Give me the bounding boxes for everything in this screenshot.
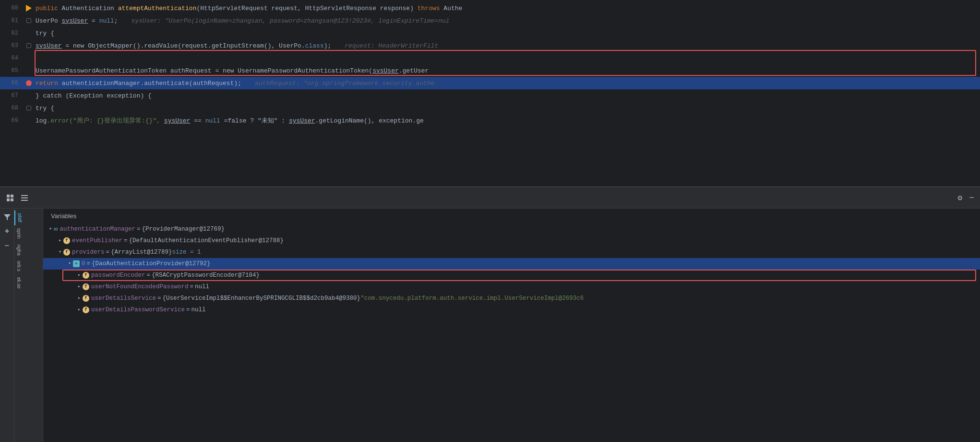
breakpoint-icon[interactable] (26, 80, 32, 86)
side-tab-sprin[interactable]: sprin (14, 225, 43, 242)
line-number: 67 (0, 92, 24, 99)
line-content: try { (34, 30, 980, 37)
code-line-68: 68 try { (0, 102, 980, 114)
code-token: .getLoginName(), exception.ge (315, 117, 424, 124)
code-token: (HttpServletRequest request, HttpServlet… (196, 5, 417, 12)
variable-equals: = (157, 295, 161, 302)
expand-arrow[interactable] (76, 295, 83, 302)
svg-rect-6 (21, 200, 28, 201)
code-token: =false ? "未知" : (220, 117, 289, 124)
code-token: public (36, 5, 62, 12)
svg-rect-2 (7, 198, 10, 201)
code-token: try { (36, 30, 54, 37)
code-editor: 60 public Authentication attemptAuthenti… (0, 0, 980, 187)
variable-name: userDetailsPasswordService (91, 307, 185, 313)
debug-panel-content: + − platf sprin ngfra ork.s ek.se Variab… (0, 209, 980, 442)
line-content: } catch (Exception exception) { (34, 92, 980, 99)
svg-rect-3 (11, 198, 13, 201)
side-tab-ngfra[interactable]: ngfra (14, 242, 43, 258)
code-line-69: 69 log.error("用户: {}登录出现异常:{}", sysUser … (0, 114, 980, 127)
line-content: sysUser = new ObjectMapper().readValue(r… (34, 42, 980, 49)
code-token: null (205, 117, 220, 124)
debug-toolbar-left (6, 194, 29, 202)
variable-name: authenticationManager (60, 226, 135, 233)
field-icon: f (83, 295, 89, 302)
code-token: sysUser (164, 117, 191, 124)
code-token: throws (418, 5, 444, 12)
variable-name: providers (72, 249, 105, 256)
expand-arrow[interactable] (76, 272, 83, 279)
variable-row-user-details-service[interactable]: fuserDetailsService = {UserServiceImpl$$… (43, 293, 980, 304)
side-tab-platf[interactable]: platf (14, 210, 43, 225)
variable-string-value: "com.snycedu.platform.auth.service.impl.… (360, 295, 584, 302)
expand-arrow[interactable] (57, 237, 63, 244)
code-token: sysUser (289, 117, 315, 124)
add-watch-button[interactable]: + (2, 227, 12, 236)
variable-value: {ProviderManager@12769} (142, 226, 225, 233)
variable-name: eventPublisher (72, 237, 122, 244)
variable-equals: = (190, 283, 194, 290)
line-number: 65 (0, 67, 24, 74)
code-line-66: 66 return authenticationManager.authenti… (0, 77, 980, 89)
gear-icon[interactable]: ⚙ (958, 193, 963, 203)
svg-marker-7 (4, 214, 11, 220)
code-token: sysUser (62, 17, 88, 25)
code-token: ObjectMapper (88, 42, 133, 49)
code-line-64: 64 (0, 52, 980, 64)
step-icon (26, 43, 31, 48)
filter-button[interactable] (2, 212, 12, 222)
minus-button[interactable]: − (2, 241, 12, 251)
step-icon (26, 18, 31, 23)
field-icon: f (83, 283, 89, 290)
line-content: return authenticationManager.authenticat… (34, 80, 980, 87)
code-token: request: HeaderWriterFilt (345, 42, 438, 49)
code-token: return (36, 80, 62, 87)
expand-arrow[interactable] (76, 307, 83, 313)
code-token: UserPo (36, 17, 62, 25)
field-icon: f (83, 307, 89, 313)
variable-equals: = (186, 307, 190, 313)
variable-name: passwordEncoder (91, 272, 145, 279)
variable-row-user-details-password-service[interactable]: fuserDetailsPasswordService = null (43, 304, 980, 316)
expand-arrow[interactable] (57, 249, 63, 256)
infinity-icon: ∞ (54, 225, 58, 233)
code-token: .getUser (399, 67, 429, 74)
expand-arrow[interactable] (76, 283, 83, 290)
table-icon[interactable] (6, 194, 14, 202)
side-tab-ekse[interactable]: ek.se (14, 274, 43, 292)
list-icon: ≡ (73, 260, 80, 267)
code-token: sysUser: "UserPo(loginName=zhangsan, pas… (131, 17, 449, 25)
minimize-icon[interactable]: − (969, 193, 974, 203)
code-line-65: 65 UsernamePasswordAuthenticationToken a… (0, 64, 980, 77)
line-number: 64 (0, 55, 24, 61)
svg-rect-4 (21, 195, 28, 196)
code-token: Authentication (62, 5, 118, 12)
code-token: == (190, 117, 205, 124)
debug-arrow-icon (26, 5, 32, 12)
line-number: 69 (0, 117, 24, 124)
side-tab-orks[interactable]: ork.s (14, 258, 43, 274)
list-view-icon[interactable] (20, 194, 29, 202)
line-gutter (24, 106, 34, 110)
variable-row-providers[interactable]: fproviders = {ArrayList@12789} size = 1 (43, 246, 980, 258)
code-token: try { (36, 105, 54, 112)
variable-row-auth-manager[interactable]: ∞authenticationManager = {ProviderManage… (43, 223, 980, 235)
code-token: .error("用户: {}登录出现异常:{}", (47, 117, 164, 124)
code-token: sysUser (36, 42, 62, 49)
variable-equals: = (87, 260, 91, 267)
variable-name: userNotFoundEncodedPassword (91, 283, 189, 290)
code-token: UsernamePasswordAuthenticationToken auth… (36, 67, 223, 74)
variable-row-password-encoder[interactable]: fpasswordEncoder = {RSACryptPasswordEnco… (43, 270, 980, 281)
left-action-bar: + − (0, 209, 14, 442)
expand-arrow[interactable] (66, 260, 73, 267)
expand-arrow[interactable] (47, 226, 54, 233)
code-token: ().readValue(request.getInputStream(), U… (133, 42, 305, 49)
code-token: ); (324, 42, 335, 49)
variable-row-event-publisher[interactable]: feventPublisher = {DefaultAuthentication… (43, 235, 980, 246)
variable-row-provider-0[interactable]: ≡0 = {DaoAuthenticationProvider@12792} (43, 258, 980, 270)
side-tabs: platf sprin ngfra ork.s ek.se (14, 209, 43, 442)
code-token: new (223, 67, 238, 74)
variable-row-user-not-found[interactable]: fuserNotFoundEncodedPassword = null (43, 281, 980, 293)
code-token: sysUser (372, 67, 399, 74)
code-line-67: 67 } catch (Exception exception) { (0, 89, 980, 102)
